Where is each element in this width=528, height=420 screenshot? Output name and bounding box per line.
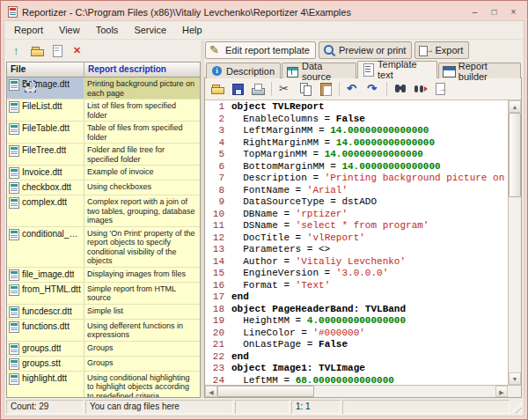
file-row[interactable]: Invoice.dttExample of invoice (7, 166, 200, 181)
file-list-header: File Report description (7, 63, 200, 77)
undo-button[interactable] (343, 80, 363, 98)
code-line: 12 DocTitle = 'vlReport' (205, 232, 508, 245)
tab-export[interactable]: Export (414, 41, 469, 59)
close-button[interactable]: × (505, 5, 522, 18)
code-text: Parameters = <> (231, 244, 330, 254)
report-file-icon (9, 167, 19, 179)
save-button[interactable] (228, 80, 247, 98)
navigate-up-icon (10, 44, 24, 58)
menu-tools[interactable]: Tools (88, 22, 127, 38)
redo-button[interactable] (363, 80, 383, 98)
goto-line-button[interactable] (431, 80, 451, 98)
tab-edit-report-template[interactable]: Edit report template (205, 41, 316, 59)
menu-service[interactable]: Service (126, 22, 174, 38)
column-header-description[interactable]: Report description (84, 63, 200, 77)
file-row[interactable]: FileTable.dttTable of files from specifi… (7, 122, 200, 144)
open-button[interactable] (208, 80, 227, 98)
file-row[interactable]: funcdescr.dttSimple list (7, 305, 200, 320)
delete-file-button[interactable] (68, 42, 87, 60)
line-number: 11 (205, 220, 231, 232)
code-text: DataSourceType = dstADO (231, 196, 377, 207)
builder-icon (442, 64, 456, 78)
code-editor[interactable]: 1object TVLReport2 EnableColumns = False… (205, 100, 508, 385)
scroll-down-button[interactable]: ▼ (509, 372, 521, 385)
code-text: EngineVersion = '3.0.0.0' (231, 268, 388, 278)
file-name: complex.dtt (22, 197, 67, 207)
file-list: BgImage.dttPrinting background picture o… (7, 77, 200, 397)
find-button[interactable] (391, 80, 410, 98)
new-report-button[interactable] (48, 42, 67, 60)
subtab-description[interactable]: Description (206, 63, 281, 78)
subtab-report-builder[interactable]: Report builder (438, 63, 521, 78)
scroll-up-button[interactable]: ▲ (509, 100, 521, 113)
file-row[interactable]: checkbox.dttUsing checkboxes (7, 181, 200, 195)
file-row[interactable]: groups.dttGroups (7, 342, 200, 357)
report-file-icon (9, 284, 19, 296)
file-name: FileList.dtt (22, 101, 62, 111)
file-cell: conditional_visibility.dtt (7, 227, 84, 267)
file-name: FileTree.dtt (22, 145, 66, 155)
title-bar[interactable]: Reportizer - C:\Program Files (x86)\Vita… (4, 4, 524, 20)
file-row[interactable]: highlight.dttUsing conditional highlight… (7, 372, 200, 398)
editor-hscrollbar[interactable]: ◀ ▶ (205, 385, 521, 397)
code-text: FontName = 'Arial' (231, 185, 348, 195)
report-file-icon (9, 269, 19, 281)
file-row[interactable]: functions.dttUsing defferent functions i… (7, 320, 200, 342)
maximize-button[interactable]: □ (486, 5, 502, 18)
file-row[interactable]: groups.sttGroups (7, 357, 200, 372)
file-description: List of files from specified folder (84, 99, 200, 121)
file-cell: Invoice.dtt (7, 166, 84, 180)
window-content: ReportViewToolsServiceHelp File Report d… (4, 20, 524, 416)
hscroll-track[interactable] (217, 386, 495, 397)
file-name: FileTable.dtt (22, 123, 70, 133)
subtab-data-source[interactable]: Data source (282, 63, 356, 78)
vscroll-track[interactable] (509, 113, 521, 372)
report-file-icon (9, 79, 19, 91)
line-number: 18 (205, 304, 231, 316)
file-cell: FileTree.dtt (7, 144, 84, 165)
copy-button[interactable] (296, 80, 315, 98)
app-window: Reportizer - C:\Program Files (x86)\Vita… (0, 0, 528, 420)
goto-line-icon (434, 82, 448, 96)
find-next-button[interactable] (411, 80, 430, 98)
code-text: TopMarginMM = 14.00000000000000 (231, 149, 423, 159)
file-row[interactable]: complex.dttComplex report with a join of… (7, 195, 200, 227)
menu-help[interactable]: Help (174, 22, 210, 38)
file-description: Using 'On Print' property of the report … (84, 227, 200, 267)
menu-report[interactable]: Report (6, 22, 51, 38)
editor-vscrollbar[interactable]: ▲ ▼ (508, 100, 521, 385)
file-row[interactable]: FileTree.dttFolder and file tree for spe… (7, 144, 200, 166)
file-name: groups.stt (22, 358, 61, 368)
menu-view[interactable]: View (51, 22, 88, 38)
tab-preview-or-print[interactable]: Preview or print (319, 41, 412, 59)
file-row[interactable]: FileList.dttList of files from specified… (7, 99, 200, 122)
report-file-icon (9, 123, 19, 135)
report-file-icon (9, 306, 19, 318)
paste-button[interactable] (316, 80, 335, 98)
hscroll-thumb[interactable] (217, 386, 314, 397)
navigate-up-button[interactable] (7, 42, 26, 60)
file-cell: highlight.dtt (7, 372, 84, 398)
print-button[interactable] (248, 80, 268, 98)
line-number: 19 (205, 315, 231, 328)
template-panel: Edit report templatePreview or printExpo… (204, 41, 522, 398)
vscroll-thumb[interactable] (509, 113, 521, 197)
code-line: 2 EnableColumns = False (205, 114, 508, 126)
file-row[interactable]: file_image.dttDisplaying images from fil… (7, 268, 200, 283)
toolbar-separator (339, 82, 340, 96)
cut-button[interactable] (275, 80, 295, 98)
resize-grip[interactable] (510, 402, 522, 414)
file-row[interactable]: from_HTML.dttSimple report from HTML sou… (7, 283, 200, 305)
column-header-file[interactable]: File (7, 63, 84, 77)
report-file-icon (9, 197, 19, 209)
minimize-button[interactable]: – (466, 5, 483, 18)
file-description: Example of invoice (84, 166, 200, 180)
copy-icon (298, 82, 312, 96)
file-row[interactable]: conditional_visibility.dttUsing 'On Prin… (7, 227, 200, 268)
file-description: Printing background picture on each page (84, 77, 200, 99)
subtab-template-text[interactable]: Template text (357, 61, 437, 78)
scroll-right-button[interactable]: ▶ (495, 386, 508, 397)
file-description: Complex report with a join of two tables… (84, 195, 200, 226)
scroll-left-button[interactable]: ◀ (205, 386, 217, 397)
open-folder-button[interactable] (27, 42, 47, 60)
